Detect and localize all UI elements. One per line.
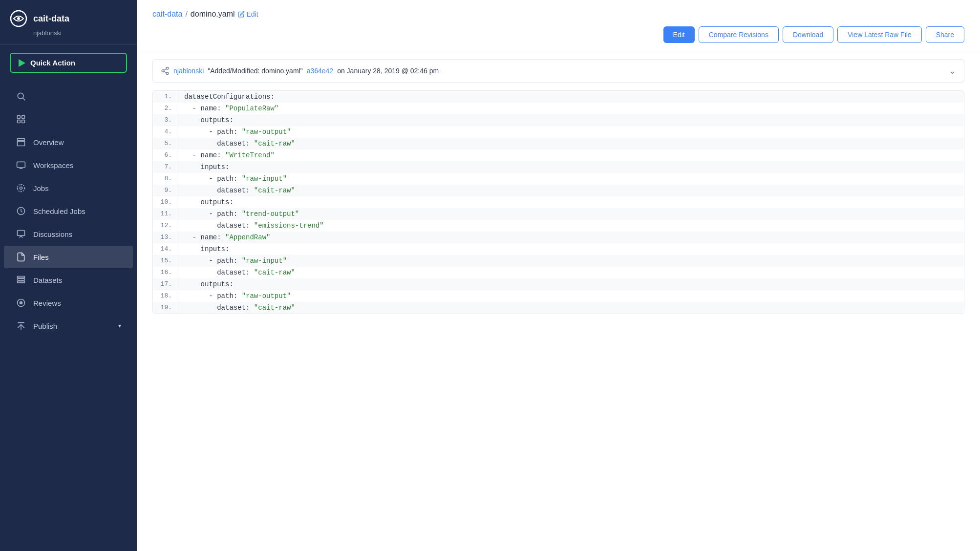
code-line: 12. dataset: "emissions-trend" (153, 220, 964, 232)
chevron-down-icon: ▾ (118, 322, 121, 329)
string-value: "raw-input" (242, 257, 287, 265)
sidebar-item-scheduled-jobs[interactable]: Scheduled Jobs (4, 200, 133, 222)
svg-point-2 (18, 93, 23, 99)
code-line: 4. - path: "raw-output" (153, 126, 964, 138)
svg-rect-9 (18, 141, 25, 146)
string-value: "cait-raw" (254, 304, 295, 312)
line-number: 12. (153, 220, 178, 232)
workspaces-icon (16, 160, 26, 170)
share-button[interactable]: Share (926, 26, 964, 43)
svg-point-26 (166, 72, 169, 75)
branch-icon (161, 66, 170, 75)
sidebar-item-publish[interactable]: Publish ▾ (4, 315, 133, 337)
sidebar-item-label: Overview (33, 138, 64, 147)
main-content: cait-data / domino.yaml Edit Edit Compar… (137, 0, 980, 551)
code-line: 18. - path: "raw-output" (153, 290, 964, 302)
sidebar-header: cait-data njablonski (0, 0, 137, 45)
sidebar-item-discussions[interactable]: Discussions (4, 223, 133, 245)
line-content: dataset: "cait-raw" (178, 185, 964, 196)
line-content: inputs: (178, 243, 964, 255)
line-content: - path: "raw-input" (178, 173, 964, 185)
commit-message: "Added/Modified: domino.yaml" (208, 67, 302, 75)
code-line: 2. - name: "PopulateRaw" (153, 103, 964, 114)
svg-rect-7 (22, 120, 25, 123)
line-number: 13. (153, 232, 178, 243)
svg-rect-17 (18, 276, 25, 278)
svg-rect-16 (18, 231, 25, 236)
string-value: "cait-raw" (254, 187, 295, 194)
line-number: 10. (153, 196, 178, 208)
sidebar-item-workspaces[interactable]: Workspaces (4, 154, 133, 176)
line-number: 14. (153, 243, 178, 255)
pencil-icon (238, 11, 245, 18)
edit-button[interactable]: Edit (663, 26, 695, 43)
sidebar-item-reviews[interactable]: Reviews (4, 292, 133, 314)
code-line: 15. - path: "raw-input" (153, 255, 964, 267)
breadcrumb-edit-link[interactable]: Edit (238, 10, 258, 18)
code-line: 1.datasetConfigurations: (153, 91, 964, 103)
publish-icon (16, 320, 26, 331)
breadcrumb-project-link[interactable]: cait-data (152, 10, 182, 19)
breadcrumb: cait-data / domino.yaml Edit (152, 10, 964, 19)
string-value: "WriteTrend" (225, 151, 275, 159)
svg-rect-6 (18, 120, 21, 123)
line-number: 18. (153, 290, 178, 302)
line-number: 9. (153, 185, 178, 196)
code-line: 17. outputs: (153, 278, 964, 290)
line-content: datasetConfigurations: (178, 91, 964, 103)
svg-rect-18 (18, 279, 25, 280)
sidebar-item-search[interactable] (4, 85, 133, 107)
sidebar-item-label: Reviews (33, 299, 61, 307)
sidebar-item-files[interactable]: Files (4, 246, 133, 268)
quick-action-button[interactable]: Quick Action (10, 53, 127, 73)
line-content: - path: "raw-output" (178, 126, 964, 138)
svg-rect-8 (18, 139, 25, 141)
code-line: 8. - path: "raw-input" (153, 173, 964, 185)
expand-commit-icon[interactable]: ⌄ (949, 65, 956, 76)
string-value: "raw-output" (242, 128, 291, 136)
line-content: - name: "WriteTrend" (178, 149, 964, 161)
sidebar-item-label: Publish (33, 322, 57, 330)
compare-revisions-button[interactable]: Compare Revisions (699, 26, 779, 43)
sidebar-item-dashboard[interactable] (4, 108, 133, 130)
line-number: 8. (153, 173, 178, 185)
svg-rect-5 (22, 116, 25, 119)
line-content: outputs: (178, 278, 964, 290)
reviews-icon (16, 297, 26, 308)
code-line: 13. - name: "AppendRaw" (153, 232, 964, 243)
domino-logo-icon (10, 10, 27, 27)
string-value: "PopulateRaw" (225, 105, 278, 112)
clock-icon (16, 206, 26, 216)
svg-rect-10 (17, 162, 25, 168)
sidebar-item-label: Discussions (33, 230, 72, 238)
line-number: 4. (153, 126, 178, 138)
jobs-icon (16, 183, 26, 193)
sidebar-item-label: Workspaces (33, 161, 73, 170)
line-content: - path: "raw-input" (178, 255, 964, 267)
line-content: dataset: "emissions-trend" (178, 220, 964, 232)
svg-point-1 (17, 17, 20, 20)
string-value: "trend-output" (242, 210, 299, 218)
sidebar-item-overview[interactable]: Overview (4, 131, 133, 153)
project-name: cait-data (33, 14, 69, 24)
line-number: 11. (153, 208, 178, 220)
svg-rect-19 (18, 281, 25, 283)
code-line: 3. outputs: (153, 114, 964, 126)
line-content: outputs: (178, 196, 964, 208)
code-line: 14. inputs: (153, 243, 964, 255)
download-button[interactable]: Download (783, 26, 833, 43)
commit-author[interactable]: njablonski (173, 67, 204, 75)
sidebar-item-jobs[interactable]: Jobs (4, 177, 133, 199)
commit-hash[interactable]: a364e42 (307, 67, 334, 75)
line-number: 6. (153, 149, 178, 161)
svg-point-14 (18, 185, 25, 192)
view-raw-button[interactable]: View Latest Raw File (837, 26, 921, 43)
sidebar-item-datasets[interactable]: Datasets (4, 269, 133, 291)
line-number: 17. (153, 278, 178, 290)
string-value: "cait-raw" (254, 269, 295, 276)
line-number: 1. (153, 91, 178, 103)
top-bar: cait-data / domino.yaml Edit Edit Compar… (137, 0, 980, 51)
line-content: outputs: (178, 114, 964, 126)
line-content: dataset: "cait-raw" (178, 138, 964, 149)
action-buttons: Edit Compare Revisions Download View Lat… (152, 26, 964, 43)
